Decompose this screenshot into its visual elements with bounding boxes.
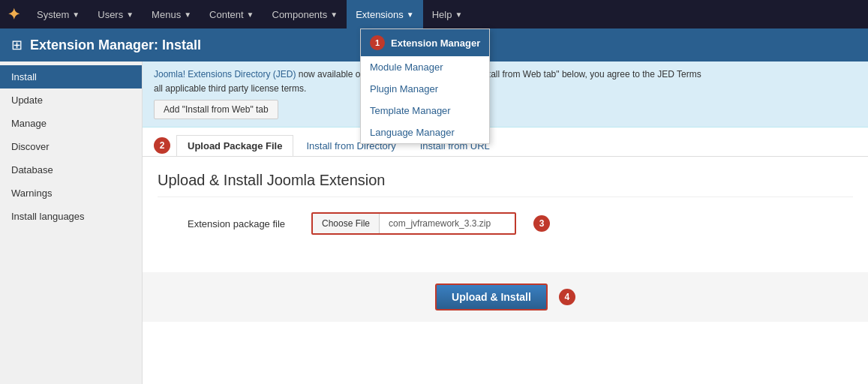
sidebar-item-manage[interactable]: Manage <box>0 112 142 135</box>
upload-install-button[interactable]: Upload & Install <box>435 284 548 310</box>
sidebar-item-warnings[interactable]: Warnings <box>0 182 142 205</box>
dropdown-template-manager[interactable]: Template Manager <box>361 100 489 122</box>
extension-package-label: Extension package file <box>188 218 300 230</box>
file-name-display: com_jvframework_3.3.zip <box>380 214 515 233</box>
jed-link[interactable]: Joomla! Extensions Directory (JED) <box>154 69 296 80</box>
dropdown-step-number: 1 <box>370 35 385 50</box>
nav-menus[interactable]: Menus ▼ <box>143 0 200 28</box>
upload-section: Upload & Install Joomla Extension Extens… <box>143 157 868 265</box>
tab-number-2: 2 <box>154 137 170 154</box>
step-number-3: 3 <box>533 215 550 232</box>
upload-section-title: Upload & Install Joomla Extension <box>158 172 853 197</box>
tab-upload-package[interactable]: Upload Package File <box>176 135 293 156</box>
file-input-wrapper: Choose File com_jvframework_3.3.zip <box>311 212 516 235</box>
dropdown-language-manager[interactable]: Language Manager <box>361 122 489 143</box>
add-install-from-web-button[interactable]: Add "Install from Web" tab <box>154 100 278 119</box>
sidebar-item-install[interactable]: Install <box>0 65 142 88</box>
sidebar-item-install-languages[interactable]: Install languages <box>0 205 142 228</box>
extension-manager-icon: ⊞ <box>11 37 23 53</box>
nav-help[interactable]: Help ▼ <box>423 0 472 28</box>
content-area: Joomla! Extensions Directory (JED) now a… <box>143 62 868 384</box>
dropdown-header-label: Extension Manager <box>391 38 480 49</box>
choose-file-button[interactable]: Choose File <box>313 214 380 233</box>
sidebar-item-update[interactable]: Update <box>0 88 142 112</box>
chevron-down-icon: ▼ <box>247 10 254 19</box>
nav-content[interactable]: Content ▼ <box>200 0 263 28</box>
dropdown-module-manager[interactable]: Module Manager <box>361 56 489 78</box>
chevron-down-icon: ▼ <box>330 10 338 19</box>
dropdown-header: 1 Extension Manager <box>361 29 489 56</box>
chevron-down-icon: ▼ <box>407 10 414 19</box>
sidebar: Install Update Manage Discover Database … <box>0 62 143 384</box>
chevron-down-icon: ▼ <box>184 10 191 19</box>
upload-button-section: Upload & Install 4 <box>143 272 868 322</box>
extensions-dropdown-menu: 1 Extension Manager Module Manager Plugi… <box>360 28 490 144</box>
sidebar-item-discover[interactable]: Discover <box>0 135 142 158</box>
page-title: Extension Manager: Install <box>30 38 201 53</box>
nav-system[interactable]: System ▼ <box>28 0 89 28</box>
nav-users[interactable]: Users ▼ <box>89 0 143 28</box>
dropdown-plugin-manager[interactable]: Plugin Manager <box>361 78 489 100</box>
top-nav: ✦ System ▼ Users ▼ Menus ▼ Content ▼ Com… <box>0 0 868 28</box>
nav-components[interactable]: Components ▼ <box>263 0 347 28</box>
nav-extensions[interactable]: Extensions ▼ <box>347 0 423 28</box>
sidebar-item-database[interactable]: Database <box>0 158 142 182</box>
step-number-4: 4 <box>559 289 575 305</box>
chevron-down-icon: ▼ <box>455 10 462 19</box>
file-input-row: Extension package file Choose File com_j… <box>188 212 853 235</box>
license-text: all applicable third party license terms… <box>154 83 857 94</box>
joomla-logo-icon: ✦ <box>8 5 20 23</box>
tabs-container: 2 Upload Package File Install from Direc… <box>143 128 868 157</box>
chevron-down-icon: ▼ <box>72 10 80 19</box>
info-bar: Joomla! Extensions Directory (JED) now a… <box>143 62 868 128</box>
chevron-down-icon: ▼ <box>126 10 134 19</box>
